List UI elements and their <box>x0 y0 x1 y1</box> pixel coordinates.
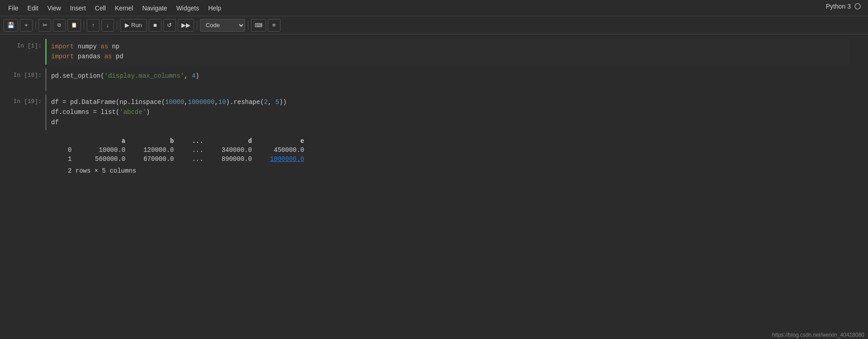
menu-kernel[interactable]: Kernel <box>110 4 138 13</box>
menu-view[interactable]: View <box>43 4 66 13</box>
cell-1-ellipsis: ... <box>183 155 212 164</box>
restart-icon: ↺ <box>167 22 172 28</box>
separator-2 <box>84 21 84 30</box>
arrow-up-icon: ↑ <box>92 22 95 28</box>
fast-forward-button[interactable]: ▶▶ <box>178 19 194 32</box>
col-header-ellipsis: ... <box>183 137 212 146</box>
paste-button[interactable]: 📋 <box>67 19 81 32</box>
python-circle-icon <box>854 3 861 9</box>
col-header-b: b <box>134 137 183 146</box>
move-up-button[interactable]: ↑ <box>87 19 100 32</box>
code-line-3-1: df = pd.DataFrame(np.linspace(10000,1000… <box>51 97 845 107</box>
run-label: Run <box>131 22 142 28</box>
cell-1-content[interactable]: import numpy as np import pandas as pd <box>45 39 850 65</box>
cut-button[interactable]: ✂ <box>38 19 51 32</box>
code-line-1-1: import numpy as np <box>51 42 845 52</box>
col-header-d: d <box>213 137 261 146</box>
add-cell-button[interactable]: + <box>20 19 33 32</box>
save-button[interactable]: 💾 <box>4 19 18 32</box>
code-line-3-2: df.columns = list('abcde') <box>51 107 845 117</box>
df-rows-info: 2 rows × 5 columns <box>68 167 863 174</box>
menu-edit[interactable]: Edit <box>23 4 43 13</box>
python-indicator-label: Python 3 <box>826 3 851 10</box>
restart-button[interactable]: ↺ <box>163 19 176 32</box>
run-button[interactable]: ▶ Run <box>120 19 147 32</box>
copy-button[interactable]: ⧉ <box>53 19 66 32</box>
menu-widgets[interactable]: Widgets <box>172 4 204 13</box>
menu-navigate[interactable]: Navigate <box>138 4 171 13</box>
bottom-bar: https://blog.csdn.net/weixin_40418080 <box>768 331 868 339</box>
cell-1-a: 560000.0 <box>86 155 134 164</box>
separator-3 <box>117 21 117 30</box>
cell-1-b: 670000.0 <box>134 155 183 164</box>
separator-4 <box>197 21 197 30</box>
python-indicator: Python 3 <box>826 3 861 10</box>
dataframe-table: a b ... d e 0 10000.0 120000.0 ... 34000… <box>68 137 313 164</box>
table-row: 0 10000.0 120000.0 ... 340000.0 450000.0 <box>68 146 313 155</box>
fast-forward-icon: ▶▶ <box>181 22 190 28</box>
row-index-1: 1 <box>68 155 86 164</box>
arrow-down-icon: ↓ <box>106 22 109 28</box>
col-header-a: a <box>86 137 134 146</box>
notebook: In [1]: import numpy as np import pandas… <box>0 34 868 339</box>
menu-insert[interactable]: Insert <box>66 4 90 13</box>
copy-icon: ⧉ <box>57 22 61 28</box>
table-row: 1 560000.0 670000.0 ... 890000.0 1000000… <box>68 155 313 164</box>
keyboard-button[interactable]: ⌨ <box>251 19 266 32</box>
cell-3-prompt: In [19]: <box>0 94 45 130</box>
list-icon: ≡ <box>272 22 276 28</box>
separator-1 <box>35 21 36 30</box>
menu-file[interactable]: File <box>4 4 23 13</box>
plus-icon: + <box>24 22 28 28</box>
cell-0-d: 340000.0 <box>213 146 261 155</box>
cell-0-ellipsis: ... <box>183 146 212 155</box>
stop-icon: ■ <box>153 22 157 28</box>
url-label: https://blog.csdn.net/weixin_40418080 <box>772 332 864 338</box>
col-header-e: e <box>261 137 313 146</box>
cell-1-d: 890000.0 <box>213 155 261 164</box>
menu-cell[interactable]: Cell <box>90 4 110 13</box>
run-icon: ▶ <box>125 22 129 28</box>
output-area: a b ... d e 0 10000.0 120000.0 ... 34000… <box>45 130 868 179</box>
cell-0-a: 10000.0 <box>86 146 134 155</box>
cell-3-content[interactable]: df = pd.DataFrame(np.linspace(10000,1000… <box>45 94 850 130</box>
cut-icon: ✂ <box>43 22 47 28</box>
move-down-button[interactable]: ↓ <box>101 19 114 32</box>
cell-type-select[interactable]: Code Markdown Raw <box>200 19 245 32</box>
cell-3: In [19]: df = pd.DataFrame(np.linspace(1… <box>0 94 850 130</box>
menu-help[interactable]: Help <box>204 4 226 13</box>
toolbar: 💾 + ✂ ⧉ 📋 ↑ ↓ ▶ Run ■ ↺ ▶▶ Code Markdown… <box>0 16 868 34</box>
col-header-empty <box>68 137 86 146</box>
cell-2-prompt: In [18]: <box>0 68 45 91</box>
cell-1-prompt: In [1]: <box>0 39 45 65</box>
cell-2-content[interactable]: pd.set_option('display.max_columns', 4) <box>45 68 850 91</box>
code-line-3-3: df <box>51 118 845 127</box>
menubar: File Edit View Insert Cell Kernel Naviga… <box>0 0 868 16</box>
cell-0-b: 120000.0 <box>134 146 183 155</box>
code-line-2-1: pd.set_option('display.max_columns', 4) <box>51 71 845 81</box>
paste-icon: 📋 <box>71 22 77 28</box>
cell-1: In [1]: import numpy as np import pandas… <box>0 39 850 65</box>
cell-1-e-link[interactable]: 1000000.0 <box>261 155 313 164</box>
list-button[interactable]: ≡ <box>268 19 280 32</box>
row-index-0: 0 <box>68 146 86 155</box>
keyboard-icon: ⌨ <box>255 22 262 28</box>
cell-2: In [18]: pd.set_option('display.max_colu… <box>0 68 850 91</box>
table-header-row: a b ... d e <box>68 137 313 146</box>
code-line-1-2: import pandas as pd <box>51 52 845 61</box>
stop-button[interactable]: ■ <box>149 19 161 32</box>
save-icon: 💾 <box>7 22 14 28</box>
cell-0-e: 450000.0 <box>261 146 313 155</box>
separator-5 <box>248 21 248 30</box>
